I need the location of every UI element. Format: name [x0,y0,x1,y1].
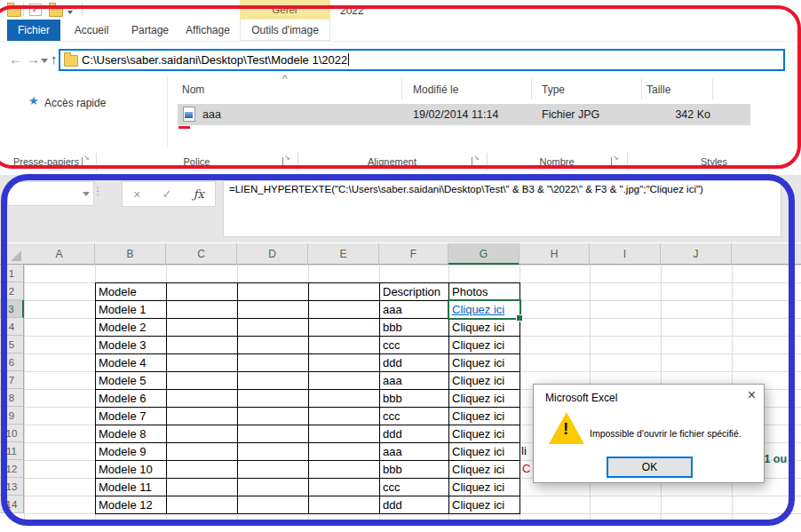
cell-G4[interactable]: Cliquez ici [449,319,520,337]
cell-F14[interactable]: ddd [380,496,449,514]
close-icon[interactable]: × [748,388,756,402]
cell-D10[interactable] [238,425,309,443]
column-header-E[interactable]: E [308,243,379,265]
column-header-F[interactable]: F [379,243,448,265]
cell-F13[interactable]: ccc [380,479,449,496]
select-all-corner[interactable] [11,250,21,261]
row-header-9[interactable]: 9 [0,407,24,425]
cell-G2[interactable]: Photos [449,283,520,301]
cell-D14[interactable] [238,496,309,514]
cell-C2[interactable] [167,283,238,301]
cell-B12[interactable]: Modele 10 [96,461,167,479]
cell-D11[interactable] [238,443,309,461]
cell-E3[interactable] [309,301,380,319]
cell-F6[interactable]: ddd [380,354,449,372]
column-header-nom[interactable]: Nom [182,83,204,96]
tab-accueil[interactable]: Accueil [64,20,119,41]
qat-checkbox-icon[interactable]: ✓ [29,4,42,16]
column-header-I[interactable]: I [590,243,661,265]
row-header-1[interactable]: 1 [0,265,24,282]
cell-E6[interactable] [309,354,380,372]
cell-G5[interactable]: Cliquez ici [449,337,520,354]
row-header-10[interactable]: 10 [0,425,24,442]
forward-icon[interactable]: → [27,52,40,67]
name-box-caret-icon[interactable] [83,192,90,200]
column-header-J[interactable]: J [661,243,732,265]
cell-D7[interactable] [238,372,309,390]
file-row-aaa[interactable]: aaa 19/02/2014 11:14 Fichier JPG 342 Ko [178,104,750,125]
column-header-modifie[interactable]: Modifié le [413,83,458,96]
cell-C5[interactable] [167,337,238,354]
cell-D6[interactable] [238,354,309,372]
cell-D2[interactable] [238,283,309,301]
qat-customize-icon[interactable] [67,7,75,8]
enter-icon[interactable]: ✓ [163,187,172,201]
address-path[interactable]: C:\Users\saber.saidani\Desktop\Test\Mode… [82,53,349,67]
cell-E14[interactable] [309,496,380,514]
cell-B10[interactable]: Modele 8 [96,425,167,443]
column-header-taille[interactable]: Taille [646,83,670,96]
tab-affichage[interactable]: Affichage [178,20,238,41]
row-header-14[interactable]: 14 [0,496,24,513]
recent-locations-icon[interactable] [41,59,48,67]
cell-F10[interactable]: ddd [380,425,449,443]
cell-E12[interactable] [309,461,380,479]
cell-D5[interactable] [238,337,309,354]
row-header-13[interactable]: 13 [0,478,24,496]
column-header-type[interactable]: Type [542,83,565,96]
cell-E4[interactable] [309,319,380,337]
cell-G6[interactable]: Cliquez ici [449,354,520,372]
tab-partage[interactable]: Partage [123,20,178,41]
cell-E2[interactable] [309,283,380,301]
cell-G10[interactable]: Cliquez ici [449,425,520,443]
column-header-C[interactable]: C [166,243,237,265]
dialog-launcher-icon[interactable] [472,157,480,166]
cell-F7[interactable]: aaa [380,372,449,390]
cell-F9[interactable]: ccc [380,408,449,425]
dialog-launcher-icon[interactable] [82,157,91,166]
cell-G12[interactable]: Cliquez ici [449,461,520,479]
up-icon[interactable]: ↑ [51,52,58,67]
cell-F5[interactable]: ccc [380,337,449,354]
column-header-A[interactable]: A [24,243,95,265]
cell-C6[interactable] [167,354,238,372]
cell-F2[interactable]: Description [380,283,449,301]
row-header-2[interactable]: 2 [0,282,24,300]
cell-D4[interactable] [238,319,309,337]
name-box[interactable] [7,181,94,206]
column-header-H[interactable]: H [519,243,590,265]
cell-C12[interactable] [167,461,238,479]
cell-G3[interactable]: Cliquez ici [449,301,520,319]
cell-F3[interactable]: aaa [380,301,449,319]
formula-bar[interactable]: =LIEN_HYPERTEXTE("C:\Users\saber.saidani… [223,180,781,237]
cell-B11[interactable]: Modele 9 [96,443,167,461]
cell-C9[interactable] [167,408,238,425]
cell-E11[interactable] [309,443,380,461]
cell-C10[interactable] [167,425,238,443]
cell-B8[interactable]: Modele 6 [96,390,167,408]
row-header-6[interactable]: 6 [0,353,24,371]
ok-button[interactable]: OK [607,457,693,478]
column-header-G[interactable]: G [448,243,519,265]
cell-F4[interactable]: bbb [380,319,449,337]
row-header-5[interactable]: 5 [0,336,24,353]
cell-B2[interactable]: Modele [96,283,167,301]
cell-G7[interactable]: Cliquez ici [449,372,520,390]
cell-C4[interactable] [167,319,238,337]
cell-B9[interactable]: Modele 7 [96,408,167,425]
cell-C7[interactable] [167,372,238,390]
dialog-launcher-icon[interactable] [282,157,291,166]
cell-E7[interactable] [309,372,380,390]
row-header-3[interactable]: 3 [0,300,24,318]
cell-E10[interactable] [309,425,380,443]
cell-C13[interactable] [167,479,238,496]
cell-B6[interactable]: Modele 4 [96,354,167,372]
cell-G13[interactable]: Cliquez ici [449,479,520,496]
cell-D8[interactable] [238,390,309,408]
cell-D12[interactable] [238,461,309,479]
cell-D9[interactable] [238,408,309,425]
tab-fichier[interactable]: Fichier [7,20,60,41]
cell-B3[interactable]: Modele 1 [96,301,167,319]
cell-D13[interactable] [238,479,309,496]
cell-F11[interactable]: aaa [380,443,449,461]
